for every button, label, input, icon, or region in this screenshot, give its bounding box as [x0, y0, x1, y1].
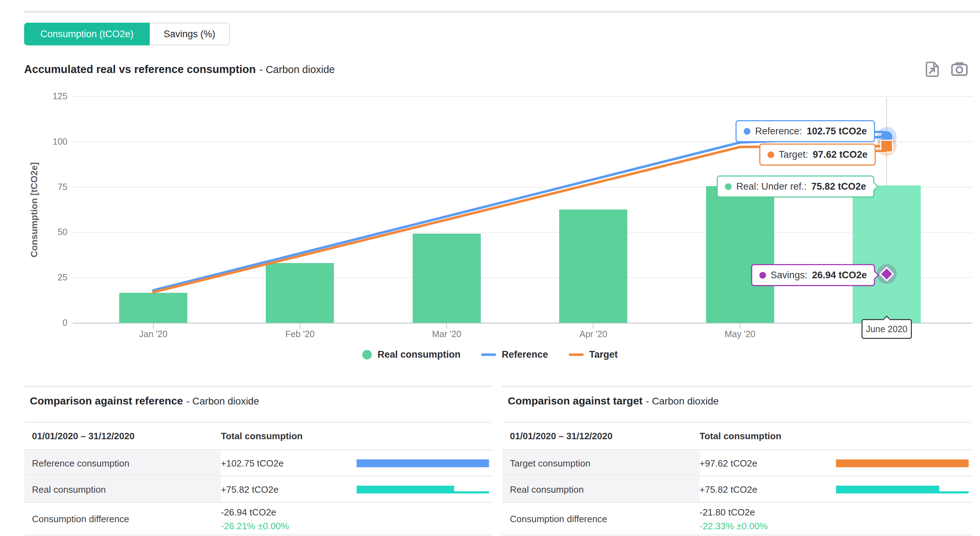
x-tick-label: Feb '20 [264, 329, 335, 339]
reference-tooltip-value: 102.75 tCO2e [807, 126, 867, 137]
row-value: +75.82 tCO2e [700, 484, 836, 495]
period-header: 01/01/2020 – 31/12/2020 [502, 423, 700, 449]
difference-percent: -22.33% ±0.00% [700, 519, 836, 533]
legend-line-icon [569, 354, 584, 356]
y-tick-label: 75 [35, 182, 67, 192]
y-axis-title: Consumption [tCO2e] [29, 162, 40, 258]
x-tick [446, 323, 447, 328]
row-label: Consumption difference [502, 503, 700, 534]
comparison-target-table: 01/01/2020 – 31/12/2020 Total consumptio… [502, 422, 972, 534]
real-consumption-bar-tail [939, 491, 969, 493]
x-tick [740, 323, 740, 328]
difference-value: -21.80 tCO2e [700, 505, 836, 519]
y-tick-label: 100 [35, 136, 67, 147]
row-label: Reference consumption [24, 451, 221, 476]
card-divider [502, 386, 972, 387]
x-tick [299, 323, 300, 328]
gridline [73, 232, 972, 233]
real-consumption-bar-may20[interactable] [706, 186, 774, 323]
x-tick-label: Mar '20 [411, 329, 482, 339]
reference-consumption-bar [356, 460, 489, 467]
target-dot-icon [767, 151, 774, 158]
savings-tooltip-label: Savings: [771, 270, 808, 281]
bar-track [836, 486, 969, 493]
x-tick-label: May '20 [705, 329, 776, 339]
legend-item-real-consumption[interactable]: Real consumption [362, 349, 461, 360]
table-header-row: 01/01/2020 – 31/12/2020 Total consumptio… [502, 423, 972, 450]
x-tick [153, 323, 154, 328]
gridline [73, 96, 972, 97]
real-consumption-bar-tail [454, 491, 489, 493]
table-row: Consumption difference -21.80 tCO2e -22.… [502, 503, 972, 535]
real-tooltip-label: Real: Under ref.: [736, 181, 807, 192]
target-tooltip-label: Target: [779, 149, 808, 160]
row-label: Consumption difference [24, 503, 221, 534]
x-tick-label: Jan '20 [118, 329, 189, 339]
y-tick-label: 125 [35, 91, 67, 101]
real-dot-icon [725, 183, 732, 190]
y-tick-label: 0 [35, 318, 67, 328]
y-tick-label: 50 [35, 227, 67, 237]
comparison-target-card: Comparison against target- Carbon dioxid… [502, 386, 972, 536]
x-tick [593, 323, 593, 328]
bar-track [356, 486, 489, 493]
legend-circle-icon [362, 350, 372, 360]
savings-tooltip: Savings: 26.94 tCO2e [751, 264, 875, 286]
card-title-sub: - Carbon dioxide [646, 396, 719, 407]
total-consumption-header: Total consumption [700, 431, 836, 442]
target-tooltip-value: 97.62 tCO2e [813, 149, 867, 160]
real-tooltip-value: 75.82 tCO2e [811, 181, 866, 192]
dashboard: Consumption (tCO2e) Savings (%) Accumula… [0, 0, 980, 536]
reference-tooltip-connector [873, 131, 886, 133]
legend-label: Target [589, 349, 618, 360]
y-tick-label: 25 [35, 272, 67, 282]
x-axis-line [73, 323, 972, 324]
period-header: 01/01/2020 – 31/12/2020 [24, 423, 221, 449]
real-consumption-bar-jan20[interactable] [119, 293, 187, 323]
x-axis-highlight-label: June 2020 [861, 319, 912, 339]
legend-label: Reference [502, 349, 548, 360]
real-consumption-bar-mar20[interactable] [413, 234, 481, 323]
table-row: Real consumption +75.82 tCO2e [24, 477, 493, 503]
card-title-main: Comparison against target [508, 395, 643, 407]
callout-text: June 2020 [866, 324, 908, 334]
real-consumption-bar [356, 486, 454, 493]
x-tick-label: Apr '20 [558, 329, 629, 339]
chart-legend: Real consumption Reference Target [0, 349, 980, 360]
table-header-row: 01/01/2020 – 31/12/2020 Total consumptio… [24, 423, 493, 450]
legend-line-icon [481, 354, 496, 356]
table-row: Real consumption +75.82 tCO2e [502, 477, 972, 503]
card-divider [24, 386, 493, 387]
row-value: +97.62 tCO2e [700, 458, 836, 469]
bar-track [356, 460, 489, 467]
row-value: +102.75 tCO2e [221, 458, 356, 469]
savings-dot-icon [759, 272, 766, 279]
total-consumption-header: Total consumption [221, 431, 356, 442]
row-label: Real consumption [24, 477, 221, 502]
comparison-reference-title: Comparison against reference- Carbon dio… [30, 395, 259, 407]
target-tooltip-connector [875, 150, 887, 152]
real-tooltip: Real: Under ref.: 75.82 tCO2e [717, 176, 874, 197]
difference-percent: -26.21% ±0.00% [221, 519, 356, 533]
legend-item-reference[interactable]: Reference [481, 349, 548, 360]
reference-dot-icon [744, 128, 751, 135]
reference-tooltip: Reference: 102.75 tCO2e [735, 120, 875, 142]
comparison-reference-table: 01/01/2020 – 31/12/2020 Total consumptio… [24, 422, 493, 534]
table-row: Reference consumption +102.75 tCO2e [24, 451, 493, 476]
card-title-sub: - Carbon dioxide [186, 396, 259, 407]
real-consumption-bar-june2020[interactable] [853, 186, 921, 323]
table-row: Target consumption +97.62 tCO2e [502, 451, 972, 476]
card-title-main: Comparison against reference [30, 395, 183, 407]
real-consumption-bar-feb20[interactable] [266, 263, 334, 323]
legend-item-target[interactable]: Target [569, 349, 618, 360]
difference-value: -26.94 tCO2e [221, 505, 356, 519]
reference-tooltip-label: Reference: [755, 126, 802, 137]
bar-track [836, 460, 969, 467]
real-consumption-bar-apr20[interactable] [559, 209, 627, 323]
table-row: Consumption difference -26.94 tCO2e -26.… [24, 503, 493, 535]
comparison-reference-card: Comparison against reference- Carbon dio… [24, 386, 493, 536]
savings-tooltip-value: 26.94 tCO2e [812, 270, 867, 281]
legend-label: Real consumption [377, 349, 461, 360]
comparison-target-title: Comparison against target- Carbon dioxid… [508, 395, 719, 407]
target-tooltip: Target: 97.62 tCO2e [759, 144, 876, 165]
